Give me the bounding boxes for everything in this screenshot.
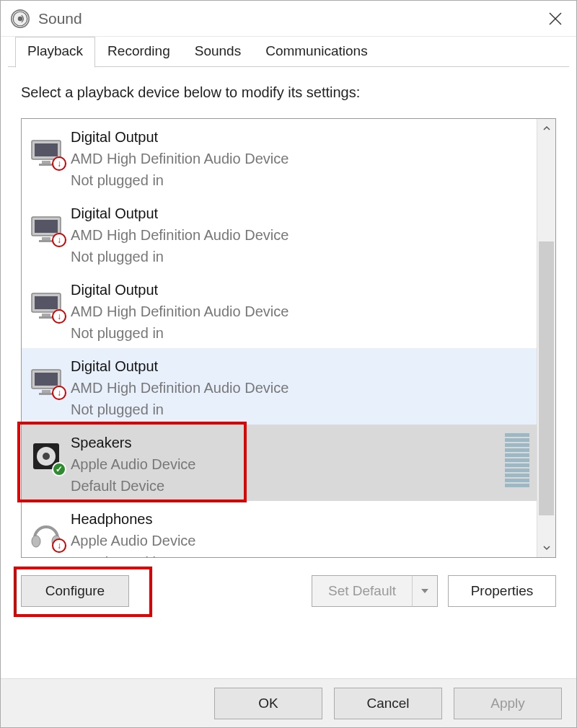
device-description: Apple Audio Device bbox=[71, 530, 195, 551]
panel-button-row: Configure Set Default Properties bbox=[21, 575, 556, 607]
device-description: AMD High Definition Audio Device bbox=[71, 148, 288, 169]
unplugged-badge-icon bbox=[52, 538, 66, 553]
titlebar: Sound bbox=[1, 1, 576, 37]
device-row[interactable]: SpeakersApple Audio DeviceDefault Device bbox=[22, 425, 537, 501]
tab-content: Select a playback device below to modify… bbox=[1, 67, 576, 678]
scroll-thumb[interactable] bbox=[539, 241, 554, 515]
tab-playback[interactable]: Playback bbox=[15, 37, 95, 68]
device-name: Digital Output bbox=[71, 126, 288, 148]
device-description: AMD High Definition Audio Device bbox=[71, 301, 288, 322]
device-name: Digital Output bbox=[71, 203, 288, 224]
device-row[interactable]: Digital OutputAMD High Definition Audio … bbox=[22, 272, 537, 348]
unplugged-badge-icon bbox=[52, 386, 66, 400]
monitor-icon bbox=[29, 210, 65, 246]
window-title: Sound bbox=[38, 10, 82, 27]
device-status: Not plugged in bbox=[71, 246, 288, 267]
monitor-icon bbox=[29, 133, 65, 169]
svg-point-2 bbox=[18, 16, 23, 21]
device-status: Not plugged in bbox=[71, 322, 288, 344]
device-description: AMD High Definition Audio Device bbox=[71, 377, 288, 399]
instruction-text: Select a playback device below to modify… bbox=[21, 84, 556, 101]
device-name: Digital Output bbox=[71, 355, 288, 377]
device-status: Default Device bbox=[71, 475, 195, 497]
device-list[interactable]: Digital OutputAMD High Definition Audio … bbox=[22, 119, 537, 557]
set-default-button[interactable]: Set Default bbox=[312, 575, 412, 607]
chevron-down-icon bbox=[420, 586, 430, 596]
device-name: Digital Output bbox=[71, 279, 288, 301]
device-row[interactable]: Digital OutputAMD High Definition Audio … bbox=[22, 119, 537, 195]
set-default-dropdown[interactable] bbox=[412, 575, 438, 607]
monitor-icon bbox=[29, 363, 65, 399]
device-name: Speakers bbox=[71, 432, 195, 453]
unplugged-badge-icon bbox=[52, 309, 66, 324]
scroll-down-icon[interactable] bbox=[537, 538, 555, 557]
scrollbar[interactable] bbox=[537, 119, 555, 557]
device-row[interactable]: HeadphonesApple Audio DeviceNot plugged … bbox=[22, 501, 537, 557]
sound-app-icon bbox=[11, 9, 30, 28]
close-icon bbox=[549, 12, 562, 25]
tab-recording[interactable]: Recording bbox=[95, 37, 182, 67]
apply-button[interactable]: Apply bbox=[454, 688, 562, 719]
volume-meter-icon bbox=[505, 433, 529, 487]
close-button[interactable] bbox=[534, 1, 576, 37]
device-status: Not plugged in bbox=[71, 551, 195, 557]
dialog-button-bar: OK Cancel Apply bbox=[1, 678, 576, 727]
properties-button[interactable]: Properties bbox=[448, 575, 556, 607]
device-status: Not plugged in bbox=[71, 399, 288, 420]
set-default-split-button[interactable]: Set Default bbox=[312, 575, 438, 607]
device-row[interactable]: Digital OutputAMD High Definition Audio … bbox=[22, 195, 537, 272]
device-list-panel: Digital OutputAMD High Definition Audio … bbox=[21, 118, 556, 558]
configure-button[interactable]: Configure bbox=[21, 575, 129, 607]
device-status: Not plugged in bbox=[71, 169, 288, 191]
unplugged-badge-icon bbox=[52, 156, 66, 171]
device-description: AMD High Definition Audio Device bbox=[71, 224, 288, 246]
device-row[interactable]: Digital OutputAMD High Definition Audio … bbox=[22, 348, 537, 425]
device-description: Apple Audio Device bbox=[71, 453, 195, 475]
unplugged-badge-icon bbox=[52, 233, 66, 247]
sound-dialog-window: Sound Playback Recording Sounds Communic… bbox=[0, 0, 577, 728]
scroll-up-icon[interactable] bbox=[537, 119, 555, 138]
default-badge-icon bbox=[52, 462, 66, 476]
monitor-icon bbox=[29, 286, 65, 322]
device-name: Headphones bbox=[71, 508, 195, 530]
headphones-icon bbox=[29, 515, 65, 551]
tab-bar: Playback Recording Sounds Communications bbox=[1, 37, 576, 67]
ok-button[interactable]: OK bbox=[214, 688, 322, 719]
tab-communications[interactable]: Communications bbox=[253, 37, 380, 67]
tab-sounds[interactable]: Sounds bbox=[182, 37, 253, 67]
speaker-icon bbox=[29, 439, 65, 475]
cancel-button[interactable]: Cancel bbox=[334, 688, 442, 719]
